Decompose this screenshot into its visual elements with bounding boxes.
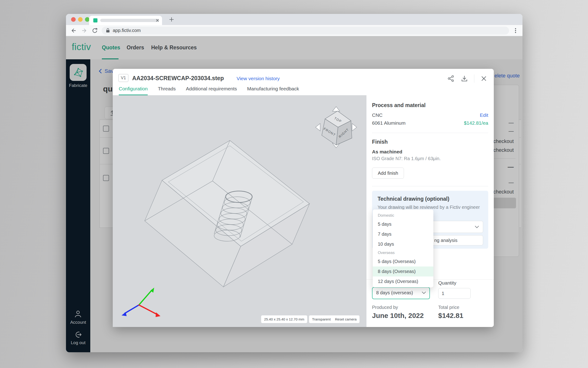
finish-heading: Finish <box>372 139 388 145</box>
page-viewport: fictiv Quotes Orders Help & Resources <box>66 36 522 352</box>
dropdown-option-7-days[interactable]: 7 days <box>373 229 433 239</box>
part-detail-modal: V1 AA2034-SCREWCAP-203034.step View vers… <box>113 69 494 327</box>
rotate-right-arrow <box>352 123 357 131</box>
lead-time-dropdown: Domestic 5 days 7 days 10 days Overseas … <box>373 210 433 287</box>
dropdown-option-8-days-overseas[interactable]: 8 days (Overseas) <box>373 267 433 276</box>
tab-title-placeholder <box>100 19 159 22</box>
divider <box>372 186 488 186</box>
browser-window: app.fictiv.com fictiv Quotes Orders Help… <box>66 14 522 352</box>
dropdown-option-12-days-overseas[interactable]: 12 days (Overseas) <box>373 276 433 286</box>
version-badge: V1 <box>118 74 129 82</box>
icon-divider <box>474 74 474 83</box>
browser-menu-icon[interactable] <box>512 27 519 34</box>
tab-close-icon[interactable] <box>156 18 159 22</box>
view-cube[interactable]: TOP FRONT RIGHT <box>312 103 360 152</box>
configuration-panel: Process and material CNC Edit 6061 Alumi… <box>367 95 494 327</box>
produced-by-label: Produced by <box>372 305 398 310</box>
desktop-background: app.fictiv.com fictiv Quotes Orders Help… <box>0 0 588 368</box>
lock-icon <box>105 28 110 33</box>
new-tab-button[interactable] <box>168 16 175 23</box>
url-text: app.fictiv.com <box>113 28 141 33</box>
tab-favicon <box>93 18 97 22</box>
chevron-down-icon <box>421 291 426 294</box>
forward-icon[interactable] <box>81 27 88 34</box>
share-icon[interactable] <box>447 75 455 82</box>
produced-by-date: June 10th, 2022 <box>372 312 424 320</box>
close-icon[interactable] <box>480 75 487 82</box>
browser-tab[interactable] <box>89 16 162 25</box>
finish-description: ISO Grade N7: Ra 1.6μm / 63μin. <box>372 156 441 161</box>
window-minimize-button[interactable] <box>78 17 83 22</box>
chevron-down-icon <box>474 225 479 228</box>
browser-toolbar: app.fictiv.com <box>66 25 522 36</box>
window-close-button[interactable] <box>71 17 76 22</box>
finish-name: As machined <box>372 149 402 155</box>
3d-viewer[interactable]: TOP FRONT RIGHT 25.40 x 25.40 x 12.70 mm… <box>113 95 367 327</box>
process-material-heading: Process and material <box>372 102 425 109</box>
modal-tabs: Configuration Threads Additional require… <box>119 84 299 95</box>
quantity-input[interactable] <box>438 288 471 299</box>
lead-time-select[interactable]: 8 days (overseas) <box>372 287 430 299</box>
axes-gizmo <box>125 290 157 314</box>
rotate-up-arrow <box>333 107 340 111</box>
tab-configuration[interactable]: Configuration <box>119 84 148 95</box>
total-price-value: $142.81 <box>438 312 463 320</box>
back-icon[interactable] <box>70 27 77 34</box>
add-finish-button[interactable]: Add finish <box>372 167 404 179</box>
address-bar[interactable]: app.fictiv.com <box>102 27 509 35</box>
rotate-left-arrow <box>316 123 320 131</box>
dropdown-group-domestic: Domestic <box>373 212 433 219</box>
process-value: CNC <box>372 112 383 118</box>
technical-drawing-description: Your drawing will be reviewed by a Ficti… <box>377 205 480 210</box>
part-filename: AA2034-SCREWCAP-203034.step <box>132 75 224 82</box>
dropdown-option-5-days[interactable]: 5 days <box>373 219 433 229</box>
dropdown-option-5-days-overseas[interactable]: 5 days (Overseas) <box>373 257 433 267</box>
unit-price: $142.81/ea <box>464 120 488 126</box>
lead-time-value: 8 days (overseas) <box>376 288 413 298</box>
divider <box>372 133 488 133</box>
dropdown-group-overseas: Overseas <box>373 249 433 257</box>
tab-threads[interactable]: Threads <box>158 84 176 95</box>
view-version-history-link[interactable]: View version history <box>237 76 280 81</box>
browser-tab-strip <box>66 14 522 25</box>
quantity-label: Quantity <box>438 280 456 286</box>
analysis-button-label: ng analysis <box>434 235 457 245</box>
reload-icon[interactable] <box>91 27 98 34</box>
transparent-toggle-pill[interactable]: Transparent <box>309 315 333 323</box>
edit-process-link[interactable]: Edit <box>480 112 488 118</box>
dropdown-option-10-days[interactable]: 10 days <box>373 239 433 249</box>
download-icon[interactable] <box>461 75 468 82</box>
window-zoom-button[interactable] <box>85 17 90 22</box>
technical-drawing-heading: Technical drawing (optional) <box>377 196 449 202</box>
dimensions-pill: 25.40 x 25.40 x 12.70 mm <box>261 315 307 323</box>
tab-additional-requirements[interactable]: Additional requirements <box>186 84 237 95</box>
total-price-label: Total price <box>438 305 459 310</box>
reset-camera-pill[interactable]: Reset camera <box>332 315 360 323</box>
tab-manufacturing-feedback[interactable]: Manufacturing feedback <box>247 84 299 95</box>
material-value: 6061 Aluminum <box>372 120 406 126</box>
